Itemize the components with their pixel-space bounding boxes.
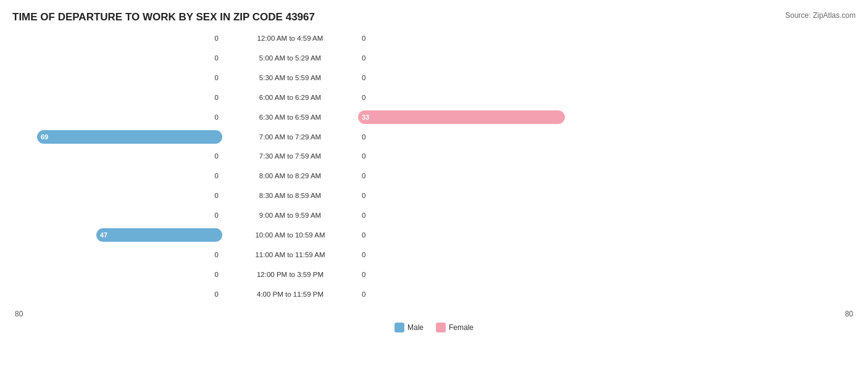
source-label: Source: ZipAtlas.com [785, 11, 856, 20]
female-zero-value: 0 [362, 231, 365, 239]
chart-container: TIME OF DEPARTURE TO WORK BY SEX IN ZIP … [0, 0, 868, 367]
bar-row: 4710:00 AM to 10:59 AM0 [12, 226, 856, 244]
male-bar: 47 [96, 228, 222, 242]
bar-row: 05:00 AM to 5:29 AM0 [12, 49, 856, 67]
bar-row: 697:00 AM to 7:29 AM0 [12, 128, 856, 146]
female-zero-value: 0 [362, 133, 365, 141]
male-bar: 69 [37, 130, 222, 144]
time-label: 10:00 AM to 10:59 AM [222, 231, 358, 239]
male-zero-value: 0 [215, 113, 219, 121]
chart-title: TIME OF DEPARTURE TO WORK BY SEX IN ZIP … [12, 11, 856, 23]
time-label: 4:00 PM to 11:59 PM [222, 291, 358, 298]
legend-female: Female [436, 323, 474, 332]
female-bar-value: 33 [358, 113, 373, 121]
legend-female-label: Female [449, 323, 474, 332]
bar-row: 012:00 AM to 4:59 AM0 [12, 30, 856, 47]
male-zero-value: 0 [215, 291, 219, 298]
axis-left-value: 80 [12, 310, 222, 318]
time-label: 5:00 AM to 5:29 AM [222, 54, 358, 62]
legend-male-box [394, 323, 404, 332]
time-label: 12:00 PM to 3:59 PM [222, 271, 358, 278]
bar-row: 06:00 AM to 6:29 AM0 [12, 89, 856, 106]
legend-female-box [436, 323, 446, 332]
chart-area: 012:00 AM to 4:59 AM005:00 AM to 5:29 AM… [12, 28, 856, 323]
male-bar-value: 69 [37, 133, 52, 141]
rows-container: 012:00 AM to 4:59 AM005:00 AM to 5:29 AM… [12, 28, 856, 304]
bar-row: 012:00 PM to 3:59 PM0 [12, 266, 856, 283]
male-zero-value: 0 [215, 212, 219, 219]
female-zero-value: 0 [362, 291, 365, 298]
female-zero-value: 0 [362, 172, 365, 179]
female-zero-value: 0 [362, 74, 365, 81]
male-zero-value: 0 [215, 35, 219, 42]
male-bar-value: 47 [96, 231, 111, 239]
legend-male: Male [394, 323, 424, 332]
male-zero-value: 0 [215, 94, 219, 101]
male-zero-value: 0 [215, 172, 219, 179]
bar-row: 09:00 AM to 9:59 AM0 [12, 207, 856, 224]
legend: Male Female [12, 323, 856, 332]
male-zero-value: 0 [215, 152, 219, 160]
female-zero-value: 0 [362, 94, 365, 101]
axis-row: 80 80 [12, 308, 856, 320]
axis-right-section: 80 [358, 310, 856, 318]
time-label: 5:30 AM to 5:59 AM [222, 74, 358, 81]
time-label: 7:30 AM to 7:59 AM [222, 152, 358, 160]
female-zero-value: 0 [362, 271, 365, 278]
time-label: 8:30 AM to 8:59 AM [222, 192, 358, 199]
male-zero-value: 0 [215, 271, 219, 278]
female-zero-value: 0 [362, 212, 365, 219]
time-label: 9:00 AM to 9:59 AM [222, 212, 358, 219]
female-zero-value: 0 [362, 35, 365, 42]
bar-row: 08:00 AM to 8:29 AM0 [12, 167, 856, 184]
time-label: 7:00 AM to 7:29 AM [222, 133, 358, 141]
time-label: 12:00 AM to 4:59 AM [222, 35, 358, 42]
bar-row: 06:30 AM to 6:59 AM33 [12, 109, 856, 126]
time-label: 6:30 AM to 6:59 AM [222, 113, 358, 121]
bar-row: 07:30 AM to 7:59 AM0 [12, 147, 856, 165]
male-zero-value: 0 [215, 192, 219, 199]
male-zero-value: 0 [215, 251, 219, 258]
female-zero-value: 0 [362, 152, 365, 160]
time-label: 11:00 AM to 11:59 AM [222, 251, 358, 258]
axis-right-value: 80 [845, 310, 853, 318]
bar-row: 05:30 AM to 5:59 AM0 [12, 69, 856, 86]
time-label: 8:00 AM to 8:29 AM [222, 172, 358, 179]
legend-male-label: Male [407, 323, 424, 332]
female-zero-value: 0 [362, 251, 365, 258]
female-zero-value: 0 [362, 192, 365, 199]
female-bar: 33 [358, 110, 565, 124]
male-zero-value: 0 [215, 54, 219, 62]
bar-row: 04:00 PM to 11:59 PM0 [12, 286, 856, 303]
female-zero-value: 0 [362, 54, 365, 62]
bar-row: 011:00 AM to 11:59 AM0 [12, 246, 856, 263]
bar-row: 08:30 AM to 8:59 AM0 [12, 187, 856, 204]
male-zero-value: 0 [215, 74, 219, 81]
time-label: 6:00 AM to 6:29 AM [222, 94, 358, 101]
